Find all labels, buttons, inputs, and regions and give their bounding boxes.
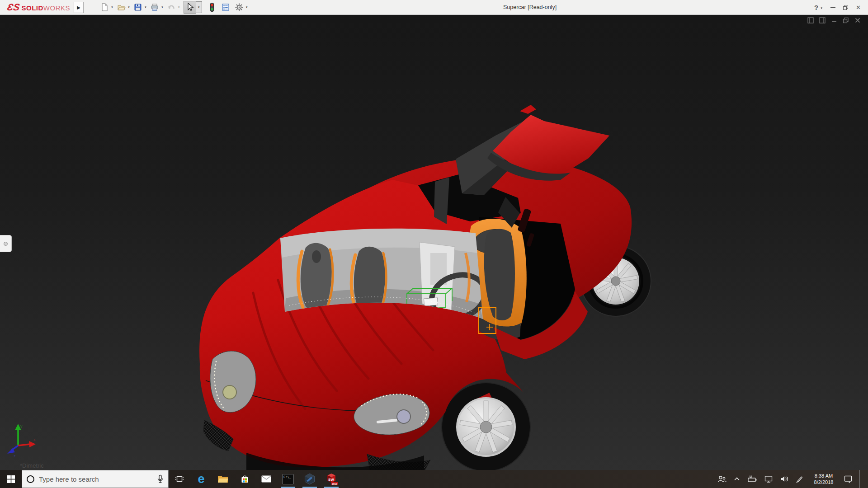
supercar-model[interactable]	[0, 15, 868, 470]
restore-icon	[843, 5, 848, 10]
print-caret[interactable]: ▼	[161, 6, 164, 9]
options-button[interactable]	[234, 2, 245, 12]
chevron-up-icon	[733, 475, 741, 483]
show-desktop-button[interactable]	[859, 470, 863, 488]
file-properties-button[interactable]	[220, 2, 231, 12]
save-caret[interactable]: ▼	[144, 6, 147, 9]
help-button[interactable]: ? ▼	[814, 4, 823, 11]
solidworks-logo-works: WORKS	[43, 4, 70, 12]
help-icon: ?	[814, 4, 818, 11]
taskbar-edge-button[interactable]: e	[190, 470, 212, 488]
new-document-icon	[100, 3, 109, 12]
panel-right-icon	[819, 17, 826, 23]
save-button[interactable]	[132, 2, 143, 12]
select-button[interactable]	[184, 1, 196, 14]
open-caret[interactable]: ▼	[127, 6, 130, 9]
standard-toolbar: ▼ ▼ ▼	[99, 1, 250, 14]
taskbar-store-button[interactable]	[234, 470, 255, 488]
command-prompt-icon: C:\_	[282, 474, 294, 484]
clock-time: 8:38 AM	[811, 473, 837, 479]
axis-x-label: x	[33, 437, 36, 442]
close-icon: ✕	[856, 4, 861, 11]
select-caret: ▼	[198, 6, 200, 9]
select-tool-group: ▼	[184, 1, 202, 14]
document-close-button[interactable]	[854, 17, 861, 25]
open-folder-icon	[117, 3, 126, 12]
document-restore-icon	[843, 17, 849, 23]
document-minimize-icon	[831, 17, 837, 23]
document-minimize-button[interactable]	[831, 17, 837, 25]
interior-white-box	[424, 298, 438, 306]
rebuild-button[interactable]	[207, 2, 217, 13]
action-center-button[interactable]	[844, 475, 853, 483]
axis-y-label: y	[20, 424, 23, 428]
document-restore-button[interactable]	[843, 17, 849, 25]
print-button[interactable]	[149, 2, 160, 12]
undo-caret: ▼	[178, 6, 180, 9]
undo-button[interactable]	[166, 2, 177, 12]
store-icon	[241, 474, 249, 484]
panel-toggle-left-button[interactable]	[807, 17, 814, 25]
minimize-icon	[830, 7, 835, 8]
task-pane-flyout-tab[interactable]	[0, 235, 12, 252]
help-caret: ▼	[820, 7, 823, 9]
solidworks-2017-icon: SW 2017	[326, 473, 338, 485]
undo-icon	[167, 3, 176, 12]
network-icon	[764, 475, 773, 483]
microphone-icon[interactable]	[157, 474, 164, 483]
taskbar-search[interactable]	[22, 470, 169, 488]
window-title: Supercar [Read-only]	[503, 0, 557, 15]
panel-toggle-right-button[interactable]	[819, 17, 826, 25]
people-button[interactable]	[717, 475, 726, 483]
tray-overflow-button[interactable]	[733, 475, 741, 483]
pen-icon	[796, 475, 804, 483]
view-orientation-label: *Dimetric	[20, 462, 44, 469]
start-button[interactable]	[0, 470, 22, 488]
select-cursor-icon	[185, 2, 194, 12]
titlebar: ƐS SOLID WORKS ▶ ▼ ▼	[0, 0, 868, 15]
battery-plug-icon	[747, 475, 757, 483]
task-view-button[interactable]	[169, 470, 190, 488]
menu-flyout-button[interactable]: ▶	[74, 2, 84, 13]
new-document-button[interactable]	[99, 2, 110, 12]
file-explorer-icon	[217, 475, 228, 483]
taskbar-cmd-button[interactable]: C:\_	[277, 470, 299, 488]
battery-button[interactable]	[747, 475, 757, 483]
solidworks-logo-glyph: ƐS	[6, 2, 21, 13]
taskbar-solidworks-button[interactable]: SW 2017	[321, 470, 342, 488]
document-window-controls	[807, 17, 861, 25]
taskbar-edrawings-button[interactable]	[299, 470, 321, 488]
taskbar-clock[interactable]: 8:38 AM 8/2/2018	[811, 473, 837, 485]
minimize-button[interactable]	[830, 7, 835, 8]
network-button[interactable]	[764, 475, 773, 483]
select-caret-button[interactable]: ▼	[196, 1, 202, 13]
new-document-caret[interactable]: ▼	[111, 6, 113, 9]
restore-button[interactable]	[843, 5, 848, 10]
save-icon	[133, 3, 142, 12]
taskbar-explorer-button[interactable]	[212, 470, 234, 488]
open-button[interactable]	[116, 2, 127, 12]
flyout-arrow-icon: ▶	[77, 5, 80, 10]
front-wheel[interactable]	[442, 383, 530, 470]
windows-ink-button[interactable]	[796, 475, 804, 483]
windows-taskbar: e C:\_	[0, 470, 868, 488]
screen: ƐS SOLID WORKS ▶ ▼ ▼	[0, 0, 868, 488]
sw-year: 2017	[332, 483, 337, 485]
window-controls: ? ▼ ✕	[814, 0, 861, 15]
orientation-triad: x y z	[3, 422, 41, 460]
edrawings-icon	[304, 473, 315, 485]
options-caret[interactable]: ▼	[245, 6, 248, 9]
search-input[interactable]	[39, 475, 152, 483]
cortana-icon	[27, 475, 34, 483]
volume-button[interactable]	[780, 475, 789, 483]
graphics-viewport[interactable]: x y z *Dimetric	[0, 15, 868, 470]
solidworks-logo-solid: SOLID	[22, 4, 43, 12]
taskbar-mail-button[interactable]	[255, 470, 277, 488]
options-gear-icon	[235, 3, 244, 12]
close-button[interactable]: ✕	[856, 4, 861, 11]
mail-icon	[261, 475, 271, 483]
print-icon	[150, 3, 159, 12]
solidworks-logo: ƐS SOLID WORKS	[0, 2, 70, 13]
people-icon	[717, 475, 726, 483]
windows-logo-icon	[7, 475, 15, 483]
